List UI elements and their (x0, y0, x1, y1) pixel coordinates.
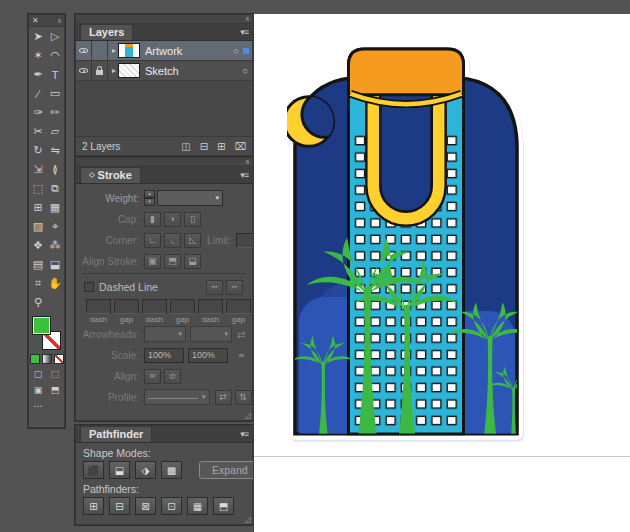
minus-front-button[interactable]: ⬓ (109, 461, 130, 479)
arrowhead-end-combo[interactable]: ▾ (190, 326, 232, 342)
draw-behind-button[interactable]: ⬚ (47, 366, 64, 382)
panel-menu-icon[interactable]: ▾≡ (240, 27, 248, 37)
none-mode-button[interactable] (54, 354, 64, 364)
arrowhead-start-combo[interactable]: ▾ (144, 326, 186, 342)
perspective-grid-tool[interactable]: ⊞ (30, 198, 47, 217)
blend-tool[interactable]: ❖ (30, 236, 47, 255)
rectangle-tool[interactable]: ▭ (47, 84, 64, 103)
gradient-tool[interactable]: ▨ (30, 217, 47, 236)
dash-input[interactable] (114, 299, 139, 314)
eyedropper-tool[interactable]: ⌖ (47, 217, 64, 236)
width-tool[interactable]: ≬ (47, 160, 64, 179)
flip-across-button[interactable]: ⇅ (235, 390, 252, 405)
collapse-icon[interactable]: « (55, 18, 63, 22)
merge-button[interactable]: ⊠ (135, 497, 156, 515)
collapse-icon[interactable]: « (243, 160, 251, 164)
layer-row-sketch[interactable]: ▸ Sketch ○ (76, 61, 252, 81)
eraser-tool[interactable]: ▱ (47, 122, 64, 141)
zoom-tool[interactable]: ⚲ (30, 293, 47, 312)
resize-grip-icon[interactable]: ◿ (245, 412, 251, 420)
visibility-toggle[interactable] (76, 61, 92, 80)
slice-tool[interactable]: ⌗ (30, 274, 47, 293)
mesh-tool[interactable]: ▦ (47, 198, 64, 217)
new-sublayer-button[interactable]: ⊟ (200, 141, 208, 152)
expand-button[interactable]: Expand (199, 461, 261, 479)
stepper-up-icon[interactable]: ▲ (144, 190, 155, 198)
draw-normal-button[interactable]: ▢ (30, 366, 47, 382)
align-stroke-outside-button[interactable]: ⬓ (184, 254, 201, 269)
layer-name[interactable]: Artwork (145, 45, 234, 57)
tab-stroke[interactable]: ⬦ Stroke (80, 167, 141, 183)
swap-arrowheads-icon[interactable]: ⇄ (237, 329, 245, 340)
stroke-panel-dragbar[interactable]: « (76, 158, 252, 167)
exclude-button[interactable]: ▩ (161, 461, 182, 479)
layer-name[interactable]: Sketch (145, 65, 243, 77)
fill-swatch[interactable] (32, 316, 51, 335)
resize-grip-icon[interactable]: ◿ (245, 516, 251, 524)
preserve-dashes-button[interactable]: ┅ (206, 280, 223, 295)
align-stroke-inside-button[interactable]: ⬒ (164, 254, 181, 269)
reflect-tool[interactable]: ⇋ (47, 141, 64, 160)
hand-tool[interactable]: ✋ (47, 274, 64, 293)
layers-panel[interactable]: « Layers ▾≡ ▸ Artwork ○ ▸ Sketch ○ 2 Lay… (75, 14, 253, 156)
delete-layer-button[interactable]: ⌧ (234, 141, 246, 152)
minus-back-button[interactable]: ⬒ (213, 497, 234, 515)
selection-tool[interactable]: ➤ (30, 27, 47, 46)
pen-tool[interactable]: ✒ (30, 65, 47, 84)
round-join-button[interactable]: ◟ (164, 233, 181, 248)
visibility-toggle[interactable] (76, 41, 92, 60)
scale-tool[interactable]: ⇲ (30, 160, 47, 179)
target-circle-icon[interactable]: ○ (243, 66, 248, 76)
weight-combo[interactable]: ▾ (157, 190, 223, 206)
artboard-tool[interactable]: ⬓ (47, 255, 64, 274)
panel-menu-icon[interactable]: ▾≡ (240, 429, 248, 439)
dash-input[interactable] (226, 299, 251, 314)
miter-join-button[interactable]: ∟ (144, 233, 161, 248)
weight-stepper[interactable]: ▲ ▼ (144, 190, 155, 206)
scale-end-input[interactable] (188, 348, 228, 363)
draw-inside-button[interactable]: ▣ (30, 382, 47, 398)
line-segment-tool[interactable]: ∕ (30, 84, 47, 103)
link-scale-icon[interactable]: ⚭ (237, 350, 245, 361)
target-circle-icon[interactable]: ○ (234, 46, 239, 56)
pencil-tool[interactable]: ✏ (47, 103, 64, 122)
pathfinder-panel-header[interactable]: Pathfinder ▾≡ (76, 426, 252, 443)
flip-along-button[interactable]: ⇄ (215, 390, 232, 405)
building-artwork[interactable] (287, 37, 525, 444)
tools-panel[interactable]: ✕ « ➤ ▷ ✶ ◠ ✒ T ∕ ▭ ✑ ✏ ✂ ▱ ↻ ⇋ (28, 14, 65, 428)
bevel-join-button[interactable]: ◺ (184, 233, 201, 248)
divide-button[interactable]: ⊞ (83, 497, 104, 515)
rotate-tool[interactable]: ↻ (30, 141, 47, 160)
profile-combo[interactable]: ————— ▾ (144, 389, 210, 405)
expand-arrow-icon[interactable]: ▸ (112, 46, 116, 55)
type-tool[interactable]: T (47, 65, 64, 84)
symbol-sprayer-tool[interactable]: ⁂ (47, 236, 64, 255)
more-button[interactable]: ⋯ (30, 398, 47, 414)
dash-input[interactable] (198, 299, 223, 314)
scissors-tool[interactable]: ✂ (30, 122, 47, 141)
stroke-panel-header[interactable]: ⬦ Stroke ▾≡ (76, 167, 252, 184)
align-stroke-center-button[interactable]: ▣ (144, 254, 161, 269)
tools-panel-header[interactable]: ✕ « (29, 15, 64, 27)
close-icon[interactable]: ✕ (32, 17, 39, 25)
panel-menu-icon[interactable]: ▾≡ (240, 170, 248, 180)
intersect-button[interactable]: ⬗ (135, 461, 156, 479)
pathfinder-panel[interactable]: Pathfinder ▾≡ Shape Modes: ⬛⬓⬗▩ Expand P… (75, 425, 253, 525)
dash-input[interactable] (86, 299, 111, 314)
layers-panel-dragbar[interactable]: « (76, 15, 252, 24)
lock-toggle[interactable] (92, 41, 108, 60)
free-transform-tool[interactable]: ⬚ (30, 179, 47, 198)
color-mode-button[interactable] (30, 354, 40, 364)
lock-toggle[interactable] (92, 61, 108, 80)
layer-thumbnail[interactable] (118, 43, 140, 58)
align-dashes-button[interactable]: ┉ (226, 280, 243, 295)
direct-selection-tool[interactable]: ▷ (47, 27, 64, 46)
dashed-line-checkbox[interactable] (84, 282, 94, 292)
lasso-tool[interactable]: ◠ (47, 46, 64, 65)
dash-align-end-button[interactable]: ≎ (164, 369, 181, 384)
screen-mode-button[interactable]: ⬒ (47, 382, 64, 398)
layer-row-artwork[interactable]: ▸ Artwork ○ (76, 41, 252, 61)
make-clipping-mask-button[interactable]: ◫ (181, 141, 190, 152)
outline-button[interactable]: ▦ (187, 497, 208, 515)
paintbrush-tool[interactable]: ✑ (30, 103, 47, 122)
